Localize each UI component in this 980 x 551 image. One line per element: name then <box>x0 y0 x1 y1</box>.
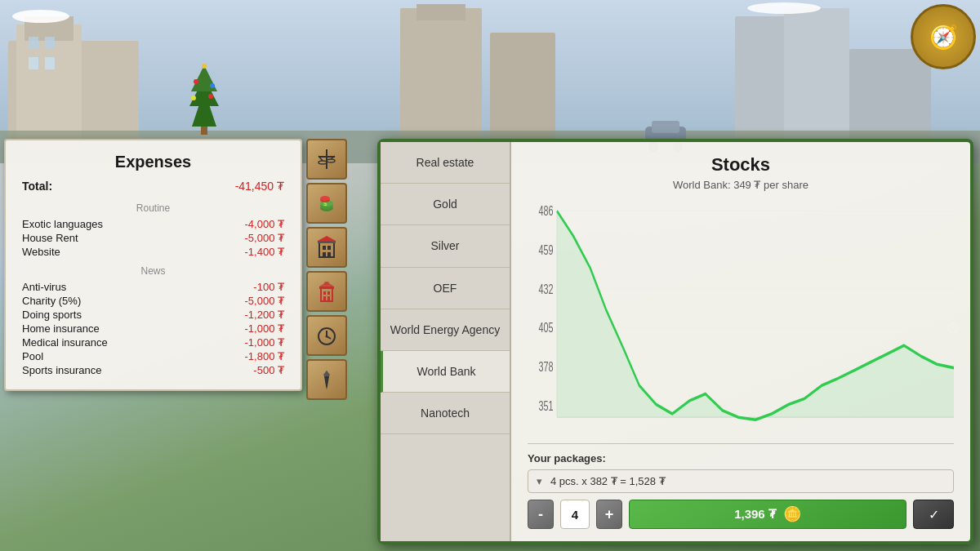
compass-coin: 🧭 <box>911 4 976 69</box>
packages-label: Your packages: <box>528 452 954 464</box>
sidebar-btn-coins[interactable]: $ <box>306 183 347 224</box>
svg-marker-78 <box>557 211 954 420</box>
expense-val-rent: -5,000 ₮ <box>245 232 284 244</box>
svg-point-42 <box>320 196 330 201</box>
svg-point-8 <box>12 10 69 23</box>
svg-point-34 <box>327 159 335 162</box>
expense-val-home-insurance: -1,000 ₮ <box>245 322 284 335</box>
expense-name-sports: Doing sports <box>22 309 82 321</box>
svg-rect-18 <box>652 121 679 133</box>
svg-rect-46 <box>323 252 326 257</box>
checkmark-icon: ✓ <box>929 507 939 522</box>
expenses-total-label: Total: <box>22 180 52 193</box>
svg-text:486: 486 <box>538 203 553 219</box>
expense-name-rent: House Rent <box>22 232 78 244</box>
purchase-controls: - 4 + 1,396 ₮ 🪙 ✓ <box>528 500 954 529</box>
stocks-content: Stocks World Bank: 349 ₮ per share 486 <box>511 142 970 541</box>
news-section-label: News <box>22 265 284 277</box>
svg-rect-7 <box>45 57 55 69</box>
packages-dropdown[interactable]: ▾ 4 pcs. x 382 ₮ = 1,528 ₮ <box>528 469 954 493</box>
expense-row-exotic: Exotic languages -4,000 ₮ <box>22 217 284 231</box>
svg-point-33 <box>318 161 327 164</box>
expense-name-medical: Medical insurance <box>22 336 108 349</box>
expense-val-website: -1,400 ₮ <box>245 246 284 258</box>
category-real-estate[interactable]: Real estate <box>381 142 510 184</box>
expense-row-website: Website -1,400 ₮ <box>22 245 284 259</box>
sidebar-btn-tie[interactable] <box>306 359 347 400</box>
expenses-total-value: -41,450 ₮ <box>235 180 284 193</box>
purchase-area: Your packages: ▾ 4 pcs. x 382 ₮ = 1,528 … <box>528 443 954 529</box>
chart-container: 486 459 432 405 378 351 <box>528 199 954 435</box>
expense-name-sports-insurance: Sports insurance <box>22 364 102 376</box>
expense-val-exotic: -4,000 ₮ <box>245 218 284 230</box>
quantity-display: 4 <box>560 500 590 529</box>
quantity-minus-button[interactable]: - <box>528 500 554 529</box>
routine-section-label: Routine <box>22 202 284 214</box>
expense-row-pool: Pool -1,800 ₮ <box>22 349 284 363</box>
expense-val-pool: -1,800 ₮ <box>245 350 284 362</box>
expense-row-rent: House Rent -5,000 ₮ <box>22 231 284 245</box>
expenses-title: Expenses <box>22 153 284 171</box>
expense-val-antivirus: -100 ₮ <box>253 281 284 293</box>
coin-icon: 🪙 <box>783 505 801 523</box>
expense-name-website: Website <box>22 246 60 258</box>
category-gold[interactable]: Gold <box>381 184 510 225</box>
svg-rect-44 <box>323 246 326 250</box>
svg-point-61 <box>326 335 328 338</box>
expense-row-antivirus: Anti-virus -100 ₮ <box>22 280 284 294</box>
expense-name-antivirus: Anti-virus <box>22 281 66 293</box>
category-list: Real estate Gold Silver OEF World Energy… <box>381 142 511 541</box>
sidebar-btn-balance[interactable] <box>306 139 347 180</box>
category-silver[interactable]: Silver <box>381 225 510 267</box>
expenses-total-row: Total: -41,450 ₮ <box>22 180 284 193</box>
svg-rect-55 <box>319 287 334 289</box>
svg-rect-52 <box>327 291 330 295</box>
svg-text:351: 351 <box>538 398 553 413</box>
expense-name-pool: Pool <box>22 350 43 362</box>
expense-name-exotic: Exotic languages <box>22 218 103 230</box>
confirm-button[interactable]: ✓ <box>913 500 954 529</box>
svg-marker-49 <box>318 236 336 241</box>
svg-rect-48 <box>318 241 336 243</box>
sidebar-btn-building2[interactable] <box>306 271 347 312</box>
expense-name-home-insurance: Home insurance <box>22 322 100 335</box>
quantity-plus-button[interactable]: + <box>596 500 622 529</box>
category-world-bank[interactable]: World Bank <box>381 351 510 393</box>
expense-row-medical: Medical insurance -1,000 ₮ <box>22 335 284 349</box>
svg-rect-5 <box>45 37 55 49</box>
svg-text:405: 405 <box>538 320 553 335</box>
packages-value: 4 pcs. x 382 ₮ = 1,528 ₮ <box>550 475 666 487</box>
svg-rect-43 <box>319 242 334 257</box>
stocks-panel: Real estate Gold Silver OEF World Energy… <box>377 139 973 544</box>
sidebar-btn-building1[interactable] <box>306 227 347 268</box>
expense-name-charity: Charity (5%) <box>22 295 81 307</box>
svg-point-15 <box>747 2 821 14</box>
buy-button[interactable]: 1,396 ₮ 🪙 <box>629 500 906 529</box>
svg-point-28 <box>191 96 196 100</box>
svg-point-26 <box>194 79 198 84</box>
svg-rect-53 <box>323 296 326 301</box>
category-world-energy[interactable]: World Energy Agency <box>381 309 510 351</box>
stocks-chart: 486 459 432 405 378 351 <box>528 199 954 435</box>
expense-row-sports: Doing sports -1,200 ₮ <box>22 308 284 322</box>
svg-rect-45 <box>327 246 331 250</box>
right-sidebar: $ <box>306 139 349 400</box>
svg-text:459: 459 <box>538 242 553 257</box>
category-oef[interactable]: OEF <box>381 268 510 309</box>
category-nanotech[interactable]: Nanotech <box>381 393 510 434</box>
stocks-subtitle: World Bank: 349 ₮ per share <box>528 179 954 191</box>
svg-rect-57 <box>324 282 329 285</box>
sidebar-btn-clock[interactable] <box>306 315 347 356</box>
expenses-panel: Expenses Total: -41,450 ₮ Routine Exotic… <box>4 139 302 391</box>
expense-val-charity: -5,000 ₮ <box>245 295 284 307</box>
svg-point-29 <box>208 94 213 99</box>
stocks-title: Stocks <box>528 154 954 176</box>
expense-val-sports-insurance: -500 ₮ <box>253 364 284 376</box>
svg-rect-4 <box>29 37 38 49</box>
dropdown-arrow-icon: ▾ <box>537 475 542 487</box>
svg-point-25 <box>202 64 207 69</box>
expense-row-charity: Charity (5%) -5,000 ₮ <box>22 294 284 308</box>
svg-text:378: 378 <box>538 358 553 374</box>
svg-rect-47 <box>327 252 331 257</box>
expense-row-home-insurance: Home insurance -1,000 ₮ <box>22 322 284 335</box>
